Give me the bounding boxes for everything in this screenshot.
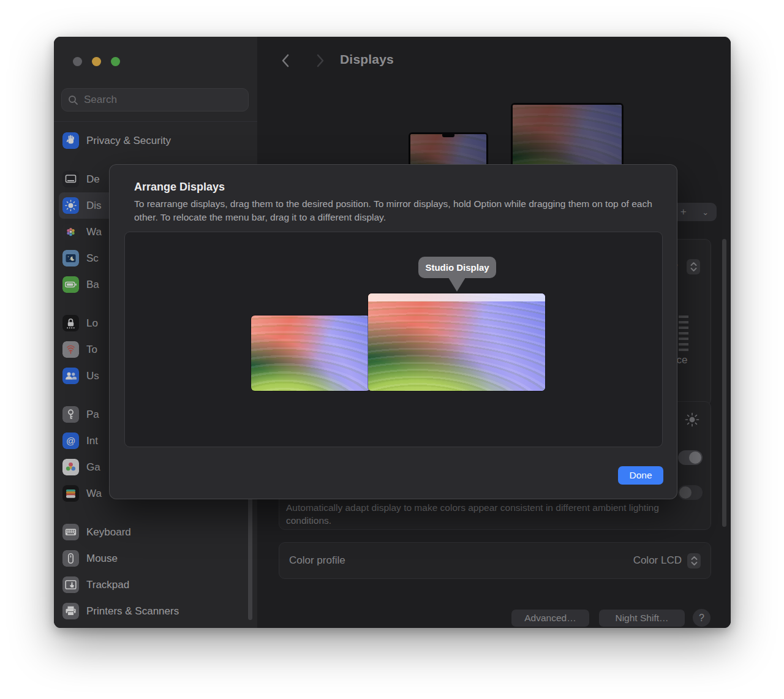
arrange-displays-dialog: Arrange Displays To rearrange displays, …: [109, 164, 677, 499]
display-name-tooltip: Studio Display: [418, 257, 496, 278]
dialog-description: To rearrange displays, drag them to the …: [134, 197, 660, 224]
done-button[interactable]: Done: [618, 466, 663, 485]
dialog-title: Arrange Displays: [134, 181, 225, 194]
arranged-macbook-display[interactable]: [251, 315, 370, 391]
tooltip-tail: [448, 278, 466, 292]
wallpaper: [368, 293, 545, 391]
arrangement-canvas: Studio Display: [124, 232, 663, 447]
system-settings-window: Privacy & SecurityDeDisWaScBaLoToUsPa@In…: [54, 37, 731, 628]
menu-bar-strip[interactable]: [368, 293, 545, 301]
screenshot-stage: Privacy & SecurityDeDisWaScBaLoToUsPa@In…: [0, 0, 784, 699]
arranged-studio-display[interactable]: [368, 293, 545, 391]
